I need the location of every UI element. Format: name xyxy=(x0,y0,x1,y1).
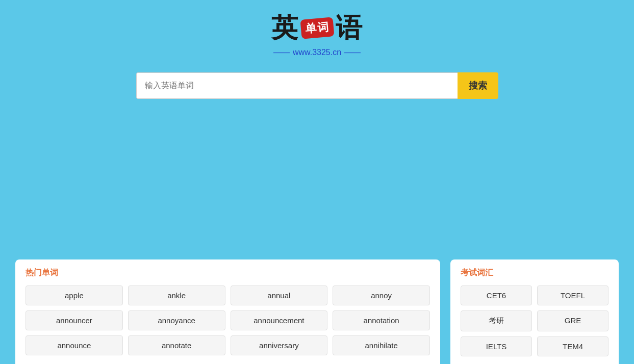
logo-container: 英 单词 语 —— www.3325.cn —— xyxy=(271,10,363,57)
exam-grid: CET6TOEFL考研GREIELTSTEM4 xyxy=(461,285,608,356)
logo-left-char: 英 xyxy=(271,10,299,46)
logo-badge: 单词 xyxy=(300,17,334,39)
logo-url: —— www.3325.cn —— xyxy=(273,48,361,57)
logo-text: 英 单词 语 xyxy=(271,10,363,46)
word-item[interactable]: announcer xyxy=(26,310,123,330)
exam-panel: 考试词汇 CET6TOEFL考研GREIELTSTEM4 xyxy=(450,259,619,364)
word-item[interactable]: annotate xyxy=(128,335,225,355)
search-bar: 搜索 xyxy=(136,72,498,99)
exam-item[interactable]: TOEFL xyxy=(537,285,608,305)
logo-url-text: www.3325.cn xyxy=(293,48,341,57)
logo-right-char: 语 xyxy=(336,10,363,46)
word-item[interactable]: annoyance xyxy=(128,310,225,330)
word-item[interactable]: anniversary xyxy=(231,335,328,355)
exam-title: 考试词汇 xyxy=(461,268,608,278)
word-item[interactable]: annihilate xyxy=(333,335,430,355)
word-item[interactable]: apple xyxy=(26,285,123,305)
word-item[interactable]: annual xyxy=(231,285,328,305)
hot-words-panel: 热门单词 appleankleannualannoyannouncerannoy… xyxy=(15,259,440,364)
exam-item[interactable]: 考研 xyxy=(461,310,532,331)
bottom-section: 热门单词 appleankleannualannoyannouncerannoy… xyxy=(0,259,634,364)
word-grid: appleankleannualannoyannouncerannoyancea… xyxy=(26,285,430,355)
word-item[interactable]: announcement xyxy=(231,310,328,330)
logo-url-left-dash: —— xyxy=(273,48,290,57)
logo-url-right-dash: —— xyxy=(344,48,361,57)
exam-item[interactable]: IELTS xyxy=(461,336,532,356)
word-item[interactable]: announce xyxy=(26,335,123,355)
top-section: 英 单词 语 —— www.3325.cn —— 搜索 xyxy=(0,0,634,99)
word-item[interactable]: annotation xyxy=(333,310,430,330)
search-button[interactable]: 搜索 xyxy=(458,72,498,99)
exam-item[interactable]: GRE xyxy=(537,310,608,331)
exam-item[interactable]: CET6 xyxy=(461,285,532,305)
search-input[interactable] xyxy=(136,72,458,99)
hot-words-title: 热门单词 xyxy=(26,268,430,278)
exam-item[interactable]: TEM4 xyxy=(537,336,608,356)
word-item[interactable]: ankle xyxy=(128,285,225,305)
word-item[interactable]: annoy xyxy=(333,285,430,305)
